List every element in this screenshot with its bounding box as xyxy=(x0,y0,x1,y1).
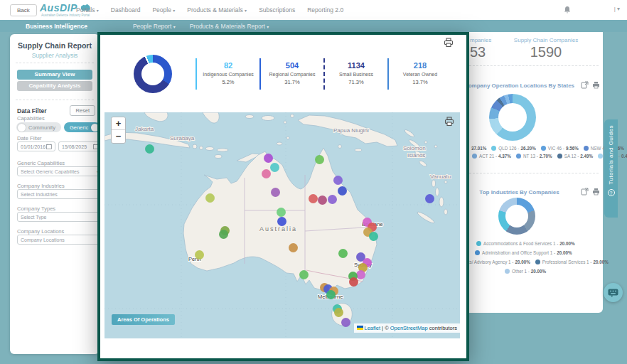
map-marker[interactable] xyxy=(264,154,273,163)
menu-portals[interactable]: Portals ▾ xyxy=(76,6,99,14)
chat-widget-button[interactable] xyxy=(604,283,623,302)
legend-dot xyxy=(476,241,481,246)
date-filter-label: Date Filter xyxy=(17,135,42,141)
chevron-down-icon: ▾ xyxy=(97,9,99,13)
legend-dot xyxy=(491,146,496,151)
company-industries-label: Company Industries xyxy=(17,183,65,189)
zoom-in-button[interactable]: + xyxy=(112,117,125,130)
keyboard-chat-icon xyxy=(608,289,618,297)
map-marker[interactable] xyxy=(328,195,337,204)
summary-donut-chart[interactable] xyxy=(134,55,172,93)
map-marker[interactable] xyxy=(326,290,336,299)
map-marker[interactable] xyxy=(205,193,215,203)
company-industries-select[interactable]: Select Industries xyxy=(17,189,102,199)
map-marker[interactable] xyxy=(195,250,204,259)
back-button[interactable]: Back xyxy=(10,4,37,16)
community-toggle[interactable]: Community xyxy=(16,122,61,132)
summary-stats-row: 82 Indigenous Companies 5.2% 504 Regiona… xyxy=(100,35,466,112)
map-marker[interactable] xyxy=(309,194,318,203)
map-marker[interactable] xyxy=(289,243,298,252)
map-marker[interactable] xyxy=(277,217,286,226)
map-marker[interactable] xyxy=(271,188,280,197)
company-locations-input[interactable]: Company Locations xyxy=(17,235,102,245)
reset-filter-button[interactable]: Reset xyxy=(70,105,95,116)
help-question-icon: ? xyxy=(608,189,615,196)
notifications-bell-icon[interactable] xyxy=(563,6,572,14)
calendar-icon xyxy=(46,144,52,149)
map-marker[interactable] xyxy=(270,163,279,172)
stat-small-business: 1134 Small Business 71.3% xyxy=(323,58,387,90)
chevron-down-icon: ▾ xyxy=(245,9,247,13)
map-marker[interactable] xyxy=(369,232,378,241)
menu-subscriptions[interactable]: Subscriptions xyxy=(259,6,295,14)
legend-dot xyxy=(505,269,510,274)
leaflet-link[interactable]: Leaflet xyxy=(365,325,381,331)
menu-products-materials[interactable]: Products & Materials ▾ xyxy=(187,6,247,14)
menu-dashboard[interactable]: Dashboard xyxy=(111,6,141,14)
menu-people[interactable]: People ▾ xyxy=(152,6,175,14)
legend-dot xyxy=(557,154,562,159)
stat-label: Small Business xyxy=(325,72,387,77)
expand-icon[interactable] xyxy=(581,81,589,89)
clipped-stat-label: mpanies xyxy=(470,37,491,43)
stat-regional-companies: 504 Regional Companies 31.7% xyxy=(259,58,323,90)
generic-capabilities-select[interactable]: Select Generic Capabilites▾ xyxy=(17,166,102,176)
map-marker[interactable] xyxy=(145,144,154,154)
map-marker[interactable] xyxy=(315,155,324,164)
menu-reporting[interactable]: Reporting 2.0 xyxy=(307,6,343,14)
tab-people-report[interactable]: People Report ▾ xyxy=(133,23,176,30)
states-donut-chart[interactable] xyxy=(489,94,536,141)
zoom-out-button[interactable]: − xyxy=(112,130,125,143)
ukraine-flag-icon xyxy=(357,326,363,330)
industries-donut-chart[interactable] xyxy=(498,198,535,235)
stat-value: 1134 xyxy=(325,61,387,70)
supply-chain-companies-label: Supply Chain Companies xyxy=(489,37,603,43)
areas-of-operations-map[interactable]: Jakarta Surabaya Papua Niugini Solomon I… xyxy=(104,112,460,338)
print-icon[interactable] xyxy=(592,188,600,196)
map-marker[interactable] xyxy=(219,230,228,239)
openstreetmap-link[interactable]: OpenStreetMap xyxy=(390,325,428,331)
capability-analysis-button[interactable]: Capability Analysis xyxy=(17,81,92,91)
generic-capabilities-label: Generic Capabilities xyxy=(17,160,65,166)
map-marker[interactable] xyxy=(299,270,309,279)
generic-toggle[interactable]: Generic xyxy=(64,122,100,132)
supplier-analysis-modal: 82 Indigenous Companies 5.2% 504 Regiona… xyxy=(97,32,469,361)
stat-percent: 13.7% xyxy=(389,79,451,85)
industries-legend-row: tants/ Advisory Agency 1 - 20.00% Profes… xyxy=(462,259,609,264)
map-attribution: Leaflet | © OpenStreetMap contributors xyxy=(354,323,461,333)
print-icon[interactable] xyxy=(592,81,600,89)
user-menu-dropdown[interactable]: | ▾ xyxy=(614,6,620,12)
legend-dot xyxy=(475,250,480,255)
report-filter-sidebar: Supply Chain Report Supplier Analysis Su… xyxy=(10,34,100,354)
map-marker[interactable] xyxy=(333,176,343,185)
tab-products-materials-report[interactable]: Products & Materials Report ▾ xyxy=(190,23,269,30)
industries-legend-row: Accommodations & Food Services 1 - 20.00… xyxy=(476,241,575,246)
date-to-field[interactable]: 15/08/2025 xyxy=(58,141,102,151)
map-marker[interactable] xyxy=(341,318,350,327)
legend-dot xyxy=(535,259,540,264)
summary-view-button[interactable]: Summary View xyxy=(17,70,92,80)
company-locations-label: Company Locations xyxy=(17,228,64,235)
map-marker[interactable] xyxy=(425,194,434,203)
areas-of-operations-badge: Areas Of Operations xyxy=(112,314,175,325)
map-marker[interactable] xyxy=(338,249,348,258)
divider xyxy=(469,173,599,173)
stat-label: Indigenous Companies xyxy=(197,72,259,77)
map-marker[interactable] xyxy=(262,169,271,178)
map-zoom-control: + − xyxy=(111,117,126,144)
expand-icon[interactable] xyxy=(581,188,589,196)
company-types-label: Company Types xyxy=(17,205,55,212)
map-marker[interactable] xyxy=(277,208,286,217)
map-marker[interactable] xyxy=(334,308,343,317)
tutorials-and-guides-tab[interactable]: Tutorials and Guides ? xyxy=(604,119,618,218)
stat-percent: 31.7% xyxy=(261,79,323,85)
map-marker[interactable] xyxy=(338,186,347,196)
company-types-select[interactable]: Select Type xyxy=(17,212,102,222)
map-marker[interactable] xyxy=(318,196,327,205)
map-markers-layer xyxy=(104,112,460,338)
tab-business-intelligence[interactable]: Business Intelligence xyxy=(26,23,87,30)
print-icon[interactable] xyxy=(444,117,454,127)
map-marker[interactable] xyxy=(349,277,358,287)
stat-value: 504 xyxy=(261,61,323,70)
date-from-field[interactable]: 01/01/2016 xyxy=(17,141,55,151)
